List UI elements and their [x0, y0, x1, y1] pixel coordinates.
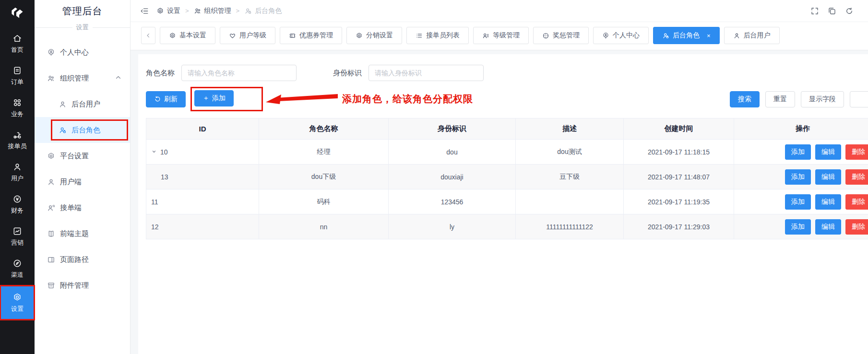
sidebar-item-profile[interactable]: 个人中心: [35, 39, 130, 65]
clipped-button[interactable]: [850, 91, 868, 107]
show-fields-button[interactable]: 显示字段: [801, 91, 844, 107]
tab-basic-settings[interactable]: 基本设置: [160, 27, 215, 44]
main-area: 设置 > 组织管理 > 后台角色 基本设置 用户等级 优惠券管理 分销设置 接单…: [131, 0, 868, 354]
sidebar-section-label: 设置: [35, 22, 130, 35]
reload-icon: [845, 7, 854, 15]
rail-item-channels[interactable]: 渠道: [0, 253, 35, 284]
rail-item-users[interactable]: 用户: [0, 157, 35, 188]
tab-user-levels[interactable]: 用户等级: [220, 27, 275, 44]
role-name-input[interactable]: [181, 65, 297, 81]
cell-role-name: 码科: [259, 189, 389, 214]
sidebar-item-admin-users[interactable]: 后台用户: [35, 91, 130, 117]
rail-item-finance[interactable]: 财务: [0, 189, 35, 220]
annotation-box-add: ＋ 添加: [190, 87, 263, 111]
rail-item-marketing[interactable]: 营销: [0, 221, 35, 252]
row-delete-button[interactable]: 删除: [845, 194, 868, 210]
table-row: 11 码科 123456 2021-09-17 11:19:35 添加 编辑 删…: [146, 189, 868, 214]
rail-item-settings[interactable]: 设置: [0, 285, 35, 320]
tab-admin-users[interactable]: 后台用户: [724, 27, 780, 44]
tags-button[interactable]: [828, 7, 836, 15]
sidebar-item-platform-settings[interactable]: 平台设置: [35, 143, 130, 169]
tab-distribution-settings[interactable]: 分销设置: [346, 27, 402, 44]
rail-item-orders[interactable]: 订单: [0, 60, 35, 91]
tab-label: 后台角色: [673, 31, 700, 40]
add-button[interactable]: ＋ 添加: [194, 90, 234, 106]
cell-description: dou测试: [516, 140, 624, 165]
app-logo: [0, 0, 35, 27]
search-actions: 搜索 重置 显示字段: [730, 91, 868, 107]
row-delete-button[interactable]: 删除: [845, 144, 868, 160]
cell-created-at: 2021-09-17 11:48:07: [624, 165, 734, 189]
identity-input[interactable]: [369, 65, 484, 81]
reset-button[interactable]: 重置: [765, 91, 795, 107]
sidebar-item-frontend-theme[interactable]: 前端主题: [35, 221, 130, 247]
sidebar-item-page-paths[interactable]: 页面路径: [35, 247, 130, 272]
icon-rail: 首页 订单 业务 接单员 用户 财务 营销 渠道 设置: [0, 0, 35, 354]
cell-id: 10: [146, 140, 259, 165]
tab-scroll-left-button[interactable]: [141, 27, 155, 44]
sidebar-item-org-management[interactable]: 组织管理: [35, 65, 130, 91]
person-icon: [59, 100, 67, 108]
row-add-button[interactable]: 添加: [785, 219, 811, 235]
row-edit-button[interactable]: 编辑: [815, 219, 841, 235]
tab-courier-list[interactable]: 接单员列表: [406, 27, 469, 44]
people-icon: [194, 7, 202, 15]
tab-label: 奖惩管理: [553, 31, 580, 40]
tab-admin-roles[interactable]: 后台角色 ×: [653, 27, 720, 44]
layout-icon: [47, 256, 55, 264]
ticket-icon: [289, 32, 296, 39]
tab-coupon-management[interactable]: 优惠券管理: [280, 27, 342, 44]
sidebar-item-user-client[interactable]: 用户端: [35, 169, 130, 195]
rail-item-label: 营销: [11, 238, 24, 247]
column-header: 身份标识: [389, 118, 516, 140]
tab-label: 个人中心: [613, 31, 640, 40]
scooter-icon: [12, 130, 22, 140]
doc-icon: [12, 66, 22, 75]
sidebar-item-admin-roles[interactable]: 后台角色: [35, 117, 130, 143]
person-pin-icon: [47, 48, 55, 57]
chart-icon: [12, 226, 22, 236]
breadcrumb-org-management[interactable]: 组织管理: [194, 7, 231, 15]
row-edit-button[interactable]: 编辑: [815, 144, 841, 160]
sidebar-collapse-icon[interactable]: [140, 7, 149, 15]
sidebar-item-label: 组织管理: [60, 74, 89, 83]
row-add-button[interactable]: 添加: [785, 194, 811, 210]
cell-operations: 添加 编辑 删除: [734, 140, 868, 165]
expand-caret-icon[interactable]: [151, 149, 157, 154]
rail-item-home[interactable]: 首页: [0, 28, 35, 59]
tab-level-management[interactable]: 等级管理: [473, 27, 529, 44]
reload-button[interactable]: [845, 7, 854, 15]
breadcrumb: 设置 > 组织管理 > 后台角色: [156, 7, 803, 15]
person-lines-icon: [482, 32, 489, 39]
tab-label: 优惠券管理: [299, 31, 333, 40]
breadcrumb-settings[interactable]: 设置: [156, 7, 180, 15]
row-add-button[interactable]: 添加: [785, 169, 811, 185]
menu-collapse-icon: [140, 7, 149, 15]
row-delete-button[interactable]: 删除: [845, 219, 868, 235]
sidebar-item-courier-client[interactable]: 接单端: [35, 195, 130, 221]
rail-item-couriers[interactable]: 接单员: [0, 125, 35, 155]
page-tabbar: 基本设置 用户等级 优惠券管理 分销设置 接单员列表 等级管理 奖惩管理 个人中…: [131, 22, 868, 50]
search-button[interactable]: 搜索: [730, 91, 760, 107]
tab-close-icon[interactable]: ×: [707, 33, 711, 39]
row-edit-button[interactable]: 编辑: [815, 194, 841, 210]
cell-operations: 添加 编辑 删除: [734, 214, 868, 239]
fullscreen-button[interactable]: [810, 7, 819, 15]
row-edit-button[interactable]: 编辑: [815, 169, 841, 185]
row-add-button[interactable]: 添加: [785, 144, 811, 160]
tab-label: 分销设置: [366, 31, 393, 40]
sidebar-item-label: 后台用户: [71, 100, 100, 109]
sidebar-item-attachment-management[interactable]: 附件管理: [35, 272, 130, 298]
home-icon: [12, 34, 22, 43]
tab-profile[interactable]: 个人中心: [593, 27, 649, 44]
tab-label: 基本设置: [179, 31, 206, 40]
refresh-button[interactable]: 刷新: [146, 91, 186, 107]
cell-description: 豆下级: [516, 165, 624, 189]
person-icon: [12, 162, 22, 172]
rail-item-label: 接单员: [8, 142, 27, 151]
tab-reward-punishment[interactable]: 奖惩管理: [533, 27, 589, 44]
row-delete-button[interactable]: 删除: [845, 169, 868, 185]
rail-item-label: 设置: [11, 305, 24, 313]
cell-created-at: 2021-09-17 11:18:15: [624, 140, 734, 165]
rail-item-business[interactable]: 业务: [0, 93, 35, 123]
